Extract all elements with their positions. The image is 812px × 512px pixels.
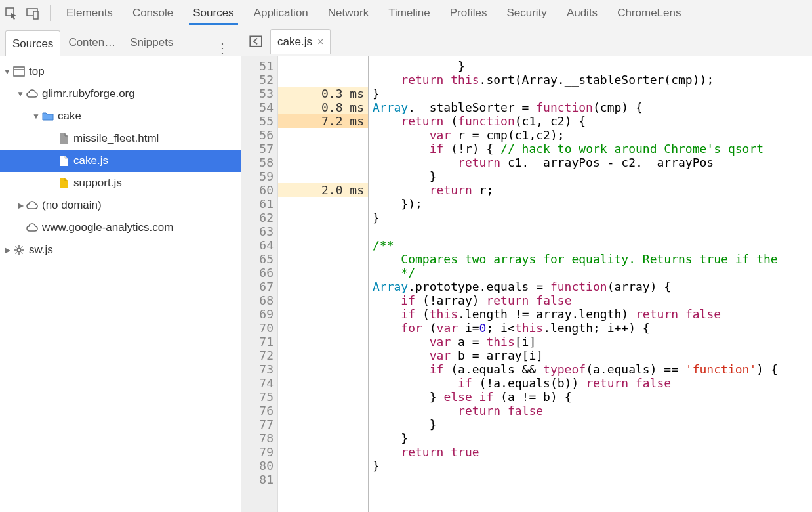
tree-item-missile-fleet-html[interactable]: missile_fleet.html xyxy=(0,127,241,150)
gear-icon xyxy=(12,244,26,256)
tree-item-sw-js[interactable]: ▶sw.js xyxy=(0,239,241,261)
nav-toggle-icon[interactable] xyxy=(247,32,265,51)
line-number-gutter: 5152535455565758596061626364656667686970… xyxy=(241,56,278,512)
disclosure-triangle[interactable]: ▼ xyxy=(3,67,12,76)
tree-item-top[interactable]: ▼top xyxy=(0,60,241,83)
top-tab-sources[interactable]: Sources xyxy=(189,1,237,25)
cloud-icon xyxy=(25,223,39,233)
devtools-top-toolbar: ElementsConsoleSourcesApplicationNetwork… xyxy=(0,0,812,26)
editor-header: cake.js × xyxy=(241,26,812,56)
tree-item-label: glimr.rubyforge.org xyxy=(42,87,135,100)
top-tabs-container: ElementsConsoleSourcesApplicationNetwork… xyxy=(62,1,685,25)
top-tab-profiles[interactable]: Profiles xyxy=(446,1,491,25)
tree-item-label: top xyxy=(29,65,45,78)
svg-line-10 xyxy=(16,247,17,248)
left-subtabs: SourcesConten…Snippets ⋮ xyxy=(0,26,241,56)
tree-item--no-domain-[interactable]: ▶(no domain) xyxy=(0,194,241,217)
svg-line-12 xyxy=(16,253,17,254)
code-content[interactable]: } return this.sort(Array.__stableSorter(… xyxy=(369,56,812,512)
left-tab-conten[interactable]: Conten… xyxy=(62,30,122,56)
device-mode-icon[interactable] xyxy=(26,7,38,19)
disclosure-triangle[interactable]: ▶ xyxy=(3,245,12,255)
svg-point-5 xyxy=(17,248,21,252)
folder-icon xyxy=(41,111,55,121)
cloud-icon xyxy=(25,200,39,211)
left-pane: SourcesConten…Snippets ⋮ ▼top▼glimr.ruby… xyxy=(0,26,241,512)
top-tab-console[interactable]: Console xyxy=(129,1,177,25)
svg-line-11 xyxy=(22,253,23,254)
disclosure-triangle[interactable]: ▼ xyxy=(31,112,41,121)
top-tab-elements[interactable]: Elements xyxy=(62,1,117,25)
toolbar-separator xyxy=(50,5,51,21)
tree-item-label: missile_fleet.html xyxy=(73,132,159,145)
file-yellow-icon xyxy=(56,177,71,189)
tree-item-label: sw.js xyxy=(29,244,53,257)
tree-item-glimr-rubyforge-org[interactable]: ▼glimr.rubyforge.org xyxy=(0,83,241,105)
tree-item-label: (no domain) xyxy=(42,199,102,212)
file-tree[interactable]: ▼top▼glimr.rubyforge.org▼cakemissile_fle… xyxy=(0,56,241,265)
svg-rect-3 xyxy=(14,67,24,76)
right-pane: cake.js × 515253545556575859606162636465… xyxy=(241,26,812,512)
inspect-element-icon[interactable] xyxy=(5,7,17,19)
tree-item-support-js[interactable]: support.js xyxy=(0,172,241,194)
svg-line-13 xyxy=(22,247,23,248)
top-tab-application[interactable]: Application xyxy=(250,1,312,25)
cloud-icon xyxy=(25,89,39,99)
tree-item-www-google-analytics-com[interactable]: www.google-analytics.com xyxy=(0,217,241,239)
timing-gutter: 0.3 ms0.8 ms7.2 ms2.0 ms xyxy=(278,56,369,512)
more-options-icon[interactable]: ⋮ xyxy=(209,40,235,56)
top-tab-audits[interactable]: Audits xyxy=(563,1,601,25)
disclosure-triangle[interactable]: ▼ xyxy=(16,89,25,98)
left-tab-sources[interactable]: Sources xyxy=(5,30,60,56)
top-tab-timeline[interactable]: Timeline xyxy=(384,1,434,25)
file-grey-icon xyxy=(56,133,71,144)
code-editor[interactable]: 5152535455565758596061626364656667686970… xyxy=(241,56,812,512)
file-white-icon xyxy=(56,155,71,167)
top-tab-chromelens[interactable]: ChromeLens xyxy=(613,1,685,25)
left-tab-snippets[interactable]: Snippets xyxy=(123,30,180,56)
file-tab[interactable]: cake.js × xyxy=(270,29,331,54)
disclosure-triangle[interactable]: ▶ xyxy=(16,201,25,210)
tree-item-cake[interactable]: ▼cake xyxy=(0,105,241,127)
window-icon xyxy=(12,66,26,77)
close-tab-icon[interactable]: × xyxy=(317,36,323,48)
tree-item-label: support.js xyxy=(73,177,122,190)
tree-item-label: cake.js xyxy=(73,154,108,167)
svg-rect-2 xyxy=(33,11,38,19)
tree-item-label: www.google-analytics.com xyxy=(42,221,173,234)
svg-rect-14 xyxy=(250,36,262,46)
tree-item-cake-js[interactable]: cake.js xyxy=(0,150,241,172)
top-tab-security[interactable]: Security xyxy=(502,1,550,25)
tree-item-label: cake xyxy=(58,110,81,123)
file-tab-label: cake.js xyxy=(277,35,312,49)
top-tab-network[interactable]: Network xyxy=(324,1,373,25)
